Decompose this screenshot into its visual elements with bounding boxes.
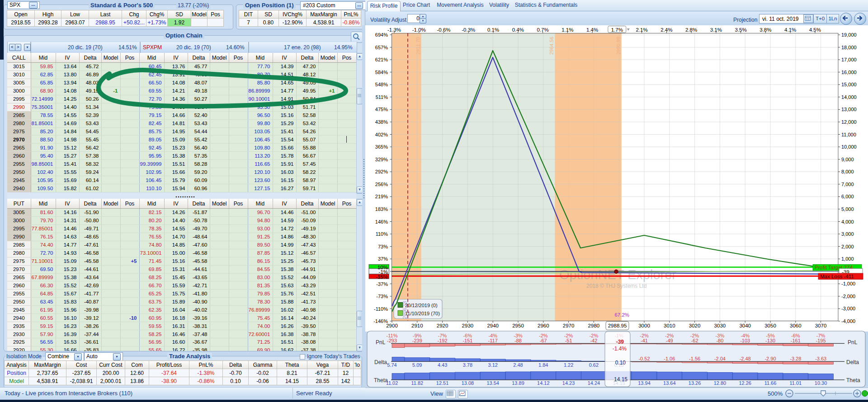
svg-text:329%: 329% [375,157,388,162]
svg-text:-161: -161 [791,338,801,343]
svg-text:PnL: PnL [376,339,386,346]
svg-text:-1.06: -1.06 [664,356,675,361]
svg-text:11.82: 11.82 [411,380,423,386]
svg-text:-1,000: -1,000 [841,281,855,286]
svg-text:2950: 2950 [512,323,524,328]
svg-text:3020: 3020 [689,323,701,328]
svg-text:3.8%: 3.8% [760,27,771,33]
svg-text:-0.3%: -0.3% [462,27,475,33]
svg-text:3,000: 3,000 [841,231,854,237]
svg-text:Theta: Theta [846,377,860,383]
svg-text:-293: -293 [387,338,397,343]
svg-text:2920: 2920 [437,323,448,328]
svg-text:11,000: 11,000 [841,132,856,137]
svg-text:-15%: -15% [376,274,388,280]
svg-text:438%: 438% [375,119,388,125]
svg-text:14.12: 14.12 [537,380,550,386]
svg-text:3.1%: 3.1% [710,27,722,33]
svg-text:2,000: 2,000 [841,244,854,249]
svg-text:2940: 2940 [487,323,499,328]
svg-text:1.84: 1.84 [538,362,548,368]
svg-text:14.23: 14.23 [562,380,575,386]
svg-text:110%: 110% [376,231,388,237]
svg-text:-151: -151 [462,338,472,343]
svg-text:12.51: 12.51 [436,380,449,386]
svg-text:-37%: -37% [376,281,388,287]
svg-text:2930: 2930 [462,323,474,328]
svg-text:5.74: 5.74 [387,362,396,368]
svg-text:4.5%: 4.5% [809,27,821,33]
svg-text:1.4%: 1.4% [586,27,598,33]
svg-text:511%: 511% [376,94,388,100]
svg-text:-3.28: -3.28 [790,356,801,361]
svg-text:3050: 3050 [764,323,776,328]
svg-text:20/12/2019 (0): 20/12/2019 (0) [405,303,438,308]
svg-text:-2.04: -2.04 [714,356,726,361]
svg-text:10,000: 10,000 [841,144,857,150]
svg-text:256%: 256% [375,182,388,187]
svg-text:67.2%: 67.2% [614,312,629,318]
svg-text:4,000: 4,000 [841,219,854,224]
svg-text:548%: 548% [375,82,388,87]
svg-text:15,000: 15,000 [841,82,857,87]
svg-text:-1.3%: -1.3% [387,27,401,33]
svg-text:12.26: 12.26 [739,380,751,386]
svg-text:Max Loss -411: Max Loss -411 [820,274,854,279]
svg-text:18,000: 18,000 [841,45,857,50]
svg-text:2964.56: 2964.56 [549,37,554,55]
svg-text:-41: -41 [641,338,648,343]
svg-text:2018 © THJ Systems Ltd: 2018 © THJ Systems Ltd [586,283,646,289]
svg-text:475%: 475% [375,107,388,112]
svg-text:-67: -67 [540,338,547,343]
svg-text:-130: -130 [765,338,775,343]
svg-text:2.8%: 2.8% [685,27,697,33]
svg-text:9,000: 9,000 [841,157,854,162]
svg-text:621%: 621% [375,57,388,62]
svg-text:19,000: 19,000 [841,32,857,37]
svg-text:-88: -88 [514,338,522,343]
svg-text:0.10: 0.10 [615,360,626,366]
svg-text:7,000: 7,000 [841,182,854,187]
svg-text:-80: -80 [716,338,723,343]
svg-text:365%: 365% [375,144,388,150]
svg-text:11.01: 11.01 [789,380,802,386]
svg-text:584%: 584% [375,70,388,75]
svg-text:13.08: 13.08 [462,380,474,386]
svg-text:13.26: 13.26 [689,380,701,386]
svg-text:2.48: 2.48 [513,362,523,368]
svg-text:Delta: Delta [374,359,387,365]
svg-text:73%: 73% [378,244,388,249]
svg-text:2900: 2900 [386,323,398,328]
svg-text:183%: 183% [375,206,388,212]
svg-text:-195: -195 [816,338,826,343]
svg-text:17,000: 17,000 [841,57,857,62]
svg-text:0.62: 0.62 [589,362,599,368]
svg-text:2.4%: 2.4% [660,27,672,33]
svg-text:-51: -51 [565,338,572,343]
svg-text:-1.56: -1.56 [689,356,700,361]
svg-text:2990.99: 2990.99 [616,37,621,55]
svg-text:694%: 694% [375,32,388,37]
svg-text:Delta: Delta [846,359,859,365]
svg-text:-239: -239 [412,338,422,343]
svg-text:12,000: 12,000 [841,119,857,125]
svg-text:6,000: 6,000 [841,194,854,199]
svg-text:14.15: 14.15 [614,376,627,383]
svg-text:1.7%: 1.7% [611,27,623,33]
svg-text:14,000: 14,000 [841,94,857,100]
svg-text:-2.90: -2.90 [764,356,776,361]
svg-text:10.30: 10.30 [815,380,827,386]
svg-text:13.89: 13.89 [512,380,524,386]
svg-text:3.5%: 3.5% [735,27,746,33]
svg-text:3040: 3040 [739,323,751,328]
svg-text:3030: 3030 [714,323,726,328]
svg-text:-3,000: -3,000 [841,306,855,311]
svg-text:402%: 402% [375,132,388,137]
svg-text:0.4%: 0.4% [512,27,524,33]
svg-text:2.1%: 2.1% [636,27,647,33]
svg-text:13.54: 13.54 [486,380,499,386]
svg-text:1,000: 1,000 [841,256,854,262]
svg-text:11.66: 11.66 [764,380,777,386]
svg-text:14.24: 14.24 [588,380,600,386]
svg-text:3000: 3000 [638,323,650,328]
